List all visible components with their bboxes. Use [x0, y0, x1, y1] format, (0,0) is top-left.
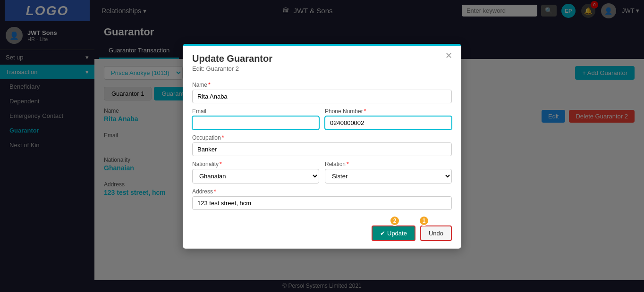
modal-overlay: Update Guarantor Edit: Guarantor 2 ✕ Nam…: [0, 0, 644, 292]
modal-body: Name* Email Phone Number*: [183, 77, 461, 222]
annotation-badge-1: 1: [419, 216, 429, 226]
modal-close-button[interactable]: ✕: [442, 50, 455, 62]
relation-select[interactable]: Sister Brother Father Mother Other: [325, 169, 452, 184]
relation-group: Relation* Sister Brother Father Mother O…: [325, 161, 452, 184]
nationality-group: Nationality* Ghanaian Nigerian Other: [192, 161, 319, 184]
address-field[interactable]: [192, 196, 452, 210]
email-group: Email: [192, 108, 319, 130]
address-field-label: Address*: [192, 188, 452, 195]
name-row: Name*: [192, 82, 452, 103]
modal-subtitle: Edit: Guarantor 2: [192, 65, 452, 72]
modal-title: Update Guarantor: [192, 53, 452, 64]
undo-button[interactable]: Undo: [420, 225, 452, 241]
phone-field-label: Phone Number*: [325, 108, 452, 115]
email-field-label: Email: [192, 108, 319, 115]
occupation-field-label: Occupation*: [192, 134, 452, 141]
update-guarantor-modal: Update Guarantor Edit: Guarantor 2 ✕ Nam…: [183, 44, 461, 249]
occupation-group: Occupation*: [192, 134, 452, 156]
modal-header: Update Guarantor Edit: Guarantor 2 ✕: [183, 44, 461, 77]
email-field[interactable]: [192, 116, 319, 130]
name-field[interactable]: [192, 90, 452, 103]
phone-field[interactable]: [325, 116, 452, 130]
occupation-field[interactable]: [192, 142, 452, 156]
address-group: Address*: [192, 188, 452, 210]
phone-group: Phone Number*: [325, 108, 452, 130]
name-group: Name*: [192, 82, 452, 103]
update-button[interactable]: ✔ Update: [372, 225, 415, 241]
modal-footer: ✔ Update Undo 2 1: [183, 222, 461, 249]
address-row: Address*: [192, 188, 452, 210]
nationality-relation-row: Nationality* Ghanaian Nigerian Other Rel…: [192, 161, 452, 184]
relation-field-label: Relation*: [325, 161, 452, 167]
nationality-field-label: Nationality*: [192, 161, 319, 167]
annotation-badge-2: 2: [390, 216, 400, 226]
nationality-select[interactable]: Ghanaian Nigerian Other: [192, 169, 319, 184]
name-field-label: Name*: [192, 82, 452, 88]
occupation-row: Occupation*: [192, 134, 452, 156]
email-phone-row: Email Phone Number*: [192, 108, 452, 130]
